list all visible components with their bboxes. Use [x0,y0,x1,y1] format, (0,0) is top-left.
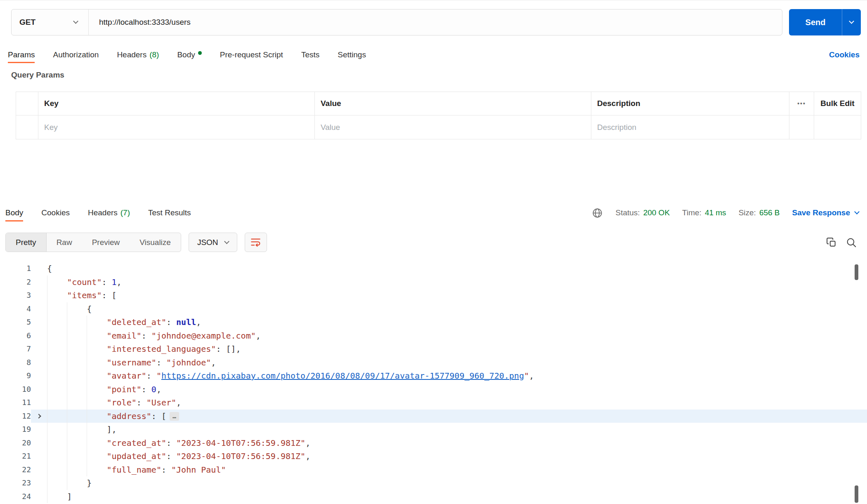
code-token: "interested_languages" [106,344,216,354]
line-number: 19 [0,423,31,436]
tab-pre-request-script[interactable]: Pre-request Script [211,47,292,63]
indent-guide [67,316,87,329]
wrap-text-button[interactable] [245,233,267,252]
tab-settings[interactable]: Settings [328,47,375,63]
search-icon[interactable] [846,237,857,248]
response-toolbar: Pretty Raw Preview Visualize JSON [5,233,857,252]
tab-params[interactable]: Params [8,47,44,63]
url-input[interactable] [89,9,782,35]
indent-guide [87,316,106,329]
tab-response-headers[interactable]: Headers (7) [79,204,139,221]
code-token: : [166,317,176,327]
chevron-down-icon [224,239,229,244]
expand-arrow-icon[interactable] [36,414,41,418]
code-token: , [211,358,216,367]
view-mode-visualize[interactable]: Visualize [130,233,181,252]
indent-guide [87,383,106,396]
indent-guide [87,463,106,477]
url-link[interactable]: https://cdn.pixabay.com/photo/2016/08/08… [161,371,524,381]
indent-guide [47,289,67,302]
tab-authorization[interactable]: Authorization [44,47,108,63]
value-input[interactable]: Value [314,115,591,139]
vertical-scrollbar-thumb[interactable] [855,264,858,280]
view-mode-group: Pretty Raw Preview Visualize [5,233,181,252]
code-token: , [256,331,261,341]
key-input[interactable]: Key [38,115,314,139]
tab-headers[interactable]: Headers (8) [108,47,168,63]
code-gutter [31,383,47,396]
cookies-link[interactable]: Cookies [829,50,860,59]
code-line: 10"point": 0, [0,383,867,396]
code-token: , [156,384,161,394]
view-mode-preview[interactable]: Preview [82,233,130,252]
response-body-viewer[interactable]: 1{2"count": 1,3"items": [4{5"deleted_at"… [0,262,867,504]
time-indicator: Time: 41 ms [682,208,726,217]
tab-label: Body [5,208,23,217]
indent-guide [67,396,87,410]
code-gutter [31,410,47,423]
indent-guide [87,410,106,423]
method-label: GET [19,18,35,27]
code-text: "avatar": "https://cdn.pixabay.com/photo… [47,369,534,383]
indent-guide [87,329,106,343]
format-label: JSON [197,238,218,247]
code-token: ] [67,492,72,502]
chevron-down-icon [849,19,854,24]
code-text: "username": "johndoe", [47,356,216,370]
description-input[interactable]: Description [591,115,789,139]
indent-guide [87,356,106,370]
row-handle[interactable] [16,115,38,139]
view-mode-pretty[interactable]: Pretty [6,233,47,252]
copy-icon[interactable] [826,237,837,248]
line-number: 2 [0,276,31,289]
more-options-icon[interactable]: ••• [797,100,806,107]
tab-body[interactable]: Body [168,47,210,63]
code-text: "updated_at": "2023-04-10T07:56:59.981Z"… [47,450,310,463]
indent-guide [47,383,67,396]
code-token: : [102,277,111,287]
line-number: 4 [0,302,31,316]
code-token: "avatar" [106,371,146,381]
globe-icon[interactable] [592,207,603,219]
send-button[interactable]: Send [789,9,861,35]
tab-tests[interactable]: Tests [292,47,328,63]
tab-response-cookies[interactable]: Cookies [32,204,79,221]
bulk-edit-button[interactable]: Bulk Edit [814,92,861,115]
indent-guide [47,342,67,356]
code-line: 7"interested_languages": [], [0,342,867,356]
code-line: 19], [0,423,867,436]
indent-guide [87,450,106,463]
tab-response-body[interactable]: Body [5,204,32,221]
view-mode-raw[interactable]: Raw [47,233,82,252]
chevron-down-icon [854,209,860,214]
format-select[interactable]: JSON [189,233,237,252]
response-tabs: Body Cookies Headers (7) Test Results St… [5,204,859,221]
code-text: "role": "User", [47,396,181,410]
indent-guide [87,369,106,383]
method-select[interactable]: GET [12,9,89,35]
size-value: 656 B [759,208,780,217]
code-token: { [87,304,92,314]
indent-guide [87,396,106,410]
vertical-scrollbar-thumb[interactable] [855,485,858,503]
indent-guide [67,302,87,316]
code-token: "created_at" [106,438,166,448]
code-token: "email" [106,331,141,341]
tab-test-results[interactable]: Test Results [139,204,200,221]
indent-guide [47,490,67,504]
line-number: 11 [0,396,31,410]
indent-guide [87,423,106,436]
code-gutter [31,369,47,383]
code-token: : [161,465,171,475]
save-response-button[interactable]: Save Response [792,208,859,217]
collapsed-ellipsis[interactable]: … [170,412,179,421]
code-token: } [87,478,92,488]
indent-guide [87,342,106,356]
code-gutter [31,342,47,356]
code-token: "2023-04-10T07:56:59.981Z" [176,451,305,461]
line-number: 1 [0,262,31,276]
send-options-button[interactable] [842,9,861,35]
code-token: : [], [216,344,241,354]
code-lines: 1{2"count": 1,3"items": [4{5"deleted_at"… [0,262,867,503]
code-line: 6"email": "johndoe@example.com", [0,329,867,343]
